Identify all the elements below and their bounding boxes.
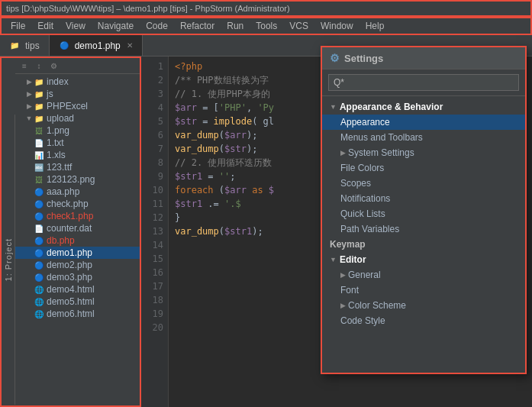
- list-item[interactable]: 🖼 1.png: [15, 124, 140, 137]
- settings-item-quick-lists[interactable]: Quick Lists: [322, 206, 525, 221]
- menu-edit[interactable]: Edit: [31, 19, 60, 33]
- list-item[interactable]: 🔵 aaa.php: [15, 186, 140, 198]
- chevron-right-icon: ▶: [24, 77, 34, 86]
- list-item[interactable]: 🔵 demo3.php: [15, 271, 140, 283]
- settings-item-appearance[interactable]: Appearance: [322, 115, 525, 130]
- list-item[interactable]: 🖼 123123.png: [15, 173, 140, 186]
- menu-vcs[interactable]: VCS: [283, 19, 314, 33]
- php-file-icon: 🔵: [34, 247, 44, 258]
- item-label: Notifications: [340, 193, 390, 204]
- menu-window[interactable]: Window: [314, 19, 360, 33]
- item-label: Keymap: [330, 239, 366, 250]
- settings-item-general[interactable]: ▶ General: [322, 267, 525, 283]
- file-label: demo4.html: [47, 284, 95, 295]
- folder-icon: 📁: [34, 101, 44, 111]
- list-item[interactable]: 📊 1.xls: [15, 149, 140, 161]
- menu-code[interactable]: Code: [140, 19, 174, 33]
- chevron-down-icon: ▼: [330, 256, 337, 263]
- settings-group-header-editor[interactable]: ▼ Editor: [322, 252, 525, 267]
- list-item[interactable]: 🔵 demo1.php: [15, 247, 140, 259]
- item-label: File Colors: [340, 163, 384, 173]
- settings-item-scopes[interactable]: Scopes: [322, 176, 525, 191]
- project-label-text: 1: Project: [4, 238, 13, 281]
- tab-tips[interactable]: 📁 tips: [0, 35, 50, 56]
- file-label: index: [47, 76, 69, 87]
- chevron-right-icon: ▶: [340, 271, 346, 279]
- list-item[interactable]: ▶ 📁 index: [15, 76, 140, 88]
- settings-item-menus-toolbars[interactable]: Menus and Toolbars: [322, 130, 525, 145]
- list-item[interactable]: 🔵 db.php: [15, 234, 140, 247]
- dat-file-icon: 📄: [34, 223, 44, 234]
- list-item[interactable]: 📄 1.txt: [15, 137, 140, 149]
- tab-demo1[interactable]: 🔵 demo1.php ✕: [50, 35, 143, 56]
- xls-file-icon: 📊: [34, 150, 44, 160]
- file-label: 1.png: [47, 125, 69, 136]
- group-label: Editor: [340, 254, 366, 265]
- list-item[interactable]: 🔵 check1.php: [15, 210, 140, 222]
- menu-file[interactable]: File: [5, 19, 31, 33]
- file-label: 123123.png: [47, 174, 95, 185]
- file-label: 1.xls: [47, 150, 66, 160]
- toolbar-btn-2[interactable]: ↕: [33, 60, 45, 72]
- menu-tools[interactable]: Tools: [250, 19, 283, 33]
- file-label: 1.txt: [47, 137, 64, 148]
- settings-search-input[interactable]: [328, 74, 519, 91]
- list-item[interactable]: 🔵 demo2.php: [15, 259, 140, 271]
- item-label: Color Scheme: [348, 300, 406, 311]
- settings-search-area: [322, 69, 525, 96]
- file-label: db.php: [47, 235, 75, 246]
- font-file-icon: 🔤: [34, 162, 44, 173]
- file-label: aaa.php: [47, 186, 79, 197]
- project-toolbar: ≡ ↕ ⚙: [15, 58, 140, 74]
- settings-dialog: ⚙ Settings ▼ Appearance & Behavior Appea…: [321, 46, 527, 374]
- file-label: demo5.html: [47, 296, 95, 307]
- file-label: check1.php: [47, 211, 93, 221]
- list-item[interactable]: 📄 counter.dat: [15, 222, 140, 234]
- item-label: Path Variables: [340, 224, 399, 234]
- menu-navigate[interactable]: Navigate: [92, 19, 140, 33]
- list-item[interactable]: ▶ 📁 PHPExcel: [15, 100, 140, 112]
- settings-group-header-appearance[interactable]: ▼ Appearance & Behavior: [322, 99, 525, 115]
- chevron-down-icon: ▼: [24, 114, 34, 123]
- menu-view[interactable]: View: [60, 19, 92, 33]
- php-file-icon: 🔵: [59, 40, 69, 51]
- settings-item-color-scheme[interactable]: ▶ Color Scheme: [322, 298, 525, 313]
- chevron-right-icon: ▶: [24, 89, 34, 99]
- item-label: Font: [340, 285, 359, 296]
- settings-item-system-settings[interactable]: ▶ System Settings: [322, 145, 525, 160]
- file-label: PHPExcel: [47, 101, 88, 111]
- menu-run[interactable]: Run: [221, 19, 250, 33]
- item-label: Scopes: [340, 178, 371, 189]
- list-item[interactable]: 🌐 demo6.html: [15, 308, 140, 320]
- settings-item-notifications[interactable]: Notifications: [322, 191, 525, 206]
- tab-demo1-label: demo1.php: [75, 40, 121, 51]
- list-item[interactable]: 🌐 demo5.html: [15, 296, 140, 308]
- list-item[interactable]: 🔵 check.php: [15, 198, 140, 210]
- item-label: General: [348, 270, 381, 280]
- settings-group-header-keymap[interactable]: Keymap: [322, 237, 525, 252]
- settings-icon: ⚙: [330, 52, 340, 64]
- settings-item-path-variables[interactable]: Path Variables: [322, 221, 525, 237]
- settings-item-code-style[interactable]: Code Style: [322, 313, 525, 328]
- list-item[interactable]: 🔤 123.ttf: [15, 161, 140, 173]
- toolbar-btn-3[interactable]: ⚙: [47, 60, 60, 72]
- settings-tree: ▼ Appearance & Behavior Appearance Menus…: [322, 96, 525, 373]
- settings-item-font[interactable]: Font: [322, 283, 525, 298]
- settings-group-editor: ▼ Editor ▶ General Font ▶ Color Scheme C…: [322, 252, 525, 328]
- file-label: demo3.php: [47, 272, 92, 283]
- list-item[interactable]: ▶ 📁 js: [15, 88, 140, 100]
- folder-icon: 📁: [34, 76, 44, 87]
- toolbar-btn-1[interactable]: ≡: [18, 60, 31, 72]
- item-label: Quick Lists: [340, 208, 385, 219]
- tab-close-button[interactable]: ✕: [127, 41, 133, 50]
- menu-refactor[interactable]: Refactor: [174, 19, 221, 33]
- list-item[interactable]: ▼ 📁 upload: [15, 112, 140, 124]
- menu-help[interactable]: Help: [360, 19, 391, 33]
- item-label: Menus and Toolbars: [340, 132, 423, 143]
- text-file-icon: 📄: [34, 137, 44, 148]
- list-item[interactable]: 🌐 demo4.html: [15, 283, 140, 296]
- settings-item-file-colors[interactable]: File Colors: [322, 160, 525, 176]
- group-label: Appearance & Behavior: [340, 102, 443, 112]
- project-vertical-label: 1: Project: [2, 115, 15, 405]
- folder-icon: 📁: [34, 89, 44, 99]
